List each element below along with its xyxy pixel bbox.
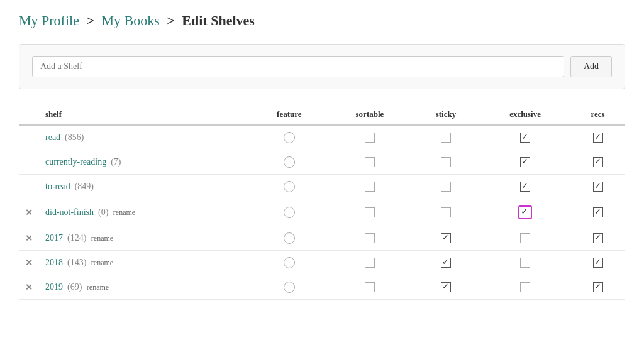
feature-cell <box>250 226 328 251</box>
exclusive-cell <box>480 125 570 150</box>
checkbox-checked[interactable] <box>520 182 530 192</box>
shelf-name-cell: 2018 (143) rename <box>39 251 250 275</box>
delete-cell-empty <box>19 175 39 199</box>
checkbox-checked[interactable] <box>593 133 603 143</box>
checkbox-checked[interactable] <box>593 258 603 268</box>
checkbox-checked[interactable] <box>593 233 603 243</box>
sticky-cell <box>412 251 480 275</box>
sortable-cell <box>328 150 412 175</box>
shelf-name-cell: 2019 (69) rename <box>39 275 250 300</box>
sticky-cell <box>412 199 480 226</box>
exclusive-cell <box>480 150 570 175</box>
rename-link[interactable]: rename <box>113 208 135 217</box>
rename-link[interactable]: rename <box>87 283 109 292</box>
recs-cell <box>570 251 625 275</box>
checkbox-empty[interactable] <box>365 258 375 268</box>
delete-cell: ✕ <box>19 275 39 300</box>
shelf-count: (0) <box>96 207 109 217</box>
shelf-count: (143) <box>65 258 87 267</box>
exclusive-cell <box>480 275 570 300</box>
breadcrumb-current: Edit Shelves <box>182 13 255 28</box>
recs-cell <box>570 275 625 300</box>
checkbox-empty[interactable] <box>365 282 375 292</box>
checkbox-empty[interactable] <box>365 233 375 243</box>
sortable-cell <box>328 175 412 199</box>
shelf-link[interactable]: 2019 <box>45 282 63 292</box>
sortable-cell <box>328 275 412 300</box>
checkbox-empty[interactable] <box>365 157 375 167</box>
feature-radio[interactable] <box>284 207 295 218</box>
checkbox-empty[interactable] <box>441 207 451 217</box>
shelf-link[interactable]: currently-reading <box>45 157 106 167</box>
delete-button[interactable]: ✕ <box>25 234 33 243</box>
shelf-link[interactable]: 2018 <box>45 258 63 267</box>
checkbox-empty[interactable] <box>520 282 530 292</box>
checkbox-empty[interactable] <box>441 182 451 192</box>
checkbox-empty[interactable] <box>520 233 530 243</box>
add-shelf-section: Add <box>19 44 625 89</box>
checkbox-checked[interactable] <box>593 207 603 217</box>
shelf-name-cell: 2017 (124) rename <box>39 226 250 251</box>
checkbox-checked[interactable] <box>441 282 451 292</box>
feature-radio[interactable] <box>284 257 295 268</box>
checkbox-empty[interactable] <box>365 182 375 192</box>
checkbox-checked[interactable] <box>593 182 603 192</box>
rename-link[interactable]: rename <box>91 234 113 243</box>
shelf-link[interactable]: to-read <box>45 182 70 191</box>
delete-cell: ✕ <box>19 251 39 275</box>
sticky-cell <box>412 275 480 300</box>
exclusive-cell <box>480 226 570 251</box>
breadcrumb-separator-1: > <box>86 13 94 28</box>
checkbox-checked[interactable] <box>520 133 530 143</box>
checkbox-checked[interactable] <box>520 157 530 167</box>
col-header-delete <box>19 104 39 125</box>
checkbox-empty[interactable] <box>520 258 530 268</box>
checkbox-empty[interactable] <box>365 207 375 217</box>
exclusive-cell <box>480 199 570 226</box>
feature-cell <box>250 125 328 150</box>
delete-cell-empty <box>19 150 39 175</box>
rename-link[interactable]: rename <box>91 258 113 267</box>
checkbox-empty[interactable] <box>441 157 451 167</box>
sticky-cell <box>412 150 480 175</box>
recs-cell <box>570 175 625 199</box>
shelf-name-cell: did-not-finish (0) rename <box>39 199 250 226</box>
sortable-cell <box>328 125 412 150</box>
checkbox-checked[interactable] <box>593 157 603 167</box>
shelf-link[interactable]: did-not-finish <box>45 207 94 217</box>
breadcrumb-my-books[interactable]: My Books <box>102 13 160 28</box>
table-row: read (856) <box>19 125 625 150</box>
breadcrumb-my-profile[interactable]: My Profile <box>19 13 79 28</box>
add-shelf-input[interactable] <box>32 56 564 77</box>
feature-radio[interactable] <box>284 232 295 244</box>
checkbox-checked[interactable] <box>441 258 451 268</box>
table-row: ✕ 2019 (69) rename <box>19 275 625 300</box>
checkbox-empty[interactable] <box>365 133 375 143</box>
breadcrumb-separator-2: > <box>167 13 175 28</box>
feature-radio[interactable] <box>284 156 295 168</box>
sticky-cell <box>412 175 480 199</box>
sortable-cell <box>328 251 412 275</box>
shelf-link[interactable]: 2017 <box>45 233 63 243</box>
add-shelf-button[interactable]: Add <box>570 56 612 77</box>
shelf-count: (69) <box>65 282 82 292</box>
checkbox-checked[interactable] <box>593 282 603 292</box>
feature-radio[interactable] <box>284 282 295 293</box>
delete-button[interactable]: ✕ <box>25 258 33 268</box>
checkbox-highlighted[interactable] <box>518 205 532 219</box>
feature-radio[interactable] <box>284 132 295 143</box>
checkbox-empty[interactable] <box>441 133 451 143</box>
checkbox-checked[interactable] <box>441 233 451 243</box>
shelf-name-cell: currently-reading (7) <box>39 150 250 175</box>
delete-button[interactable]: ✕ <box>25 208 33 217</box>
feature-radio[interactable] <box>284 181 295 192</box>
shelf-count: (849) <box>72 182 94 191</box>
feature-cell <box>250 199 328 226</box>
breadcrumb: My Profile > My Books > Edit Shelves <box>19 13 625 29</box>
table-row: ✕ 2017 (124) rename <box>19 226 625 251</box>
shelf-name-cell: to-read (849) <box>39 175 250 199</box>
shelf-count: (7) <box>109 157 121 167</box>
delete-button[interactable]: ✕ <box>25 283 33 292</box>
shelf-link[interactable]: read <box>45 133 60 142</box>
table-row: to-read (849) <box>19 175 625 199</box>
